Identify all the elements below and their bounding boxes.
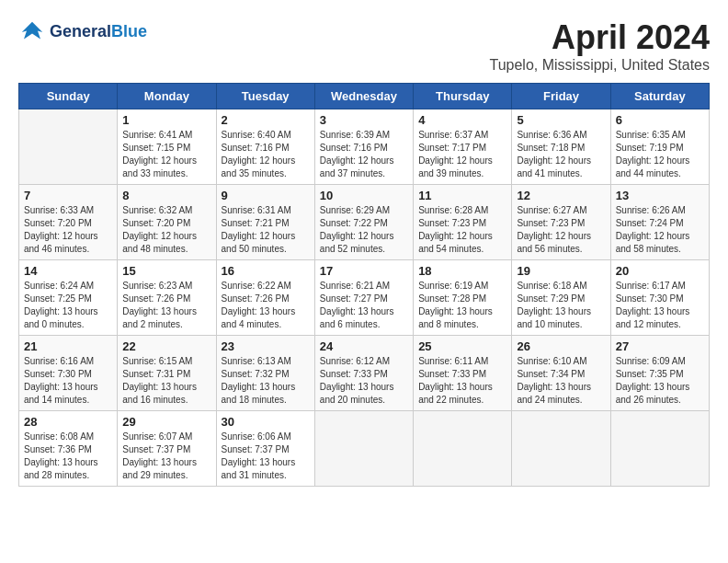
calendar-cell: 26Sunrise: 6:10 AM Sunset: 7:34 PM Dayli… xyxy=(512,336,610,411)
calendar-cell: 12Sunrise: 6:27 AM Sunset: 7:23 PM Dayli… xyxy=(512,185,610,260)
day-info: Sunrise: 6:23 AM Sunset: 7:26 PM Dayligh… xyxy=(122,280,210,331)
day-info: Sunrise: 6:26 AM Sunset: 7:24 PM Dayligh… xyxy=(616,204,704,256)
weekday-header: Thursday xyxy=(414,84,512,109)
day-number: 1 xyxy=(122,113,210,127)
calendar-cell: 25Sunrise: 6:11 AM Sunset: 7:33 PM Dayli… xyxy=(414,336,512,411)
calendar-cell: 19Sunrise: 6:18 AM Sunset: 7:29 PM Dayli… xyxy=(512,260,610,336)
calendar-cell: 2Sunrise: 6:40 AM Sunset: 7:16 PM Daylig… xyxy=(216,109,314,185)
calendar-cell: 6Sunrise: 6:35 AM Sunset: 7:19 PM Daylig… xyxy=(610,109,709,185)
title-block: April 2024 Tupelo, Mississippi, United S… xyxy=(489,18,710,74)
calendar-week: 7Sunrise: 6:33 AM Sunset: 7:20 PM Daylig… xyxy=(19,185,710,260)
day-info: Sunrise: 6:22 AM Sunset: 7:26 PM Dayligh… xyxy=(222,280,310,331)
calendar-cell: 15Sunrise: 6:23 AM Sunset: 7:26 PM Dayli… xyxy=(118,260,216,336)
page-title: April 2024 xyxy=(489,18,710,57)
day-number: 3 xyxy=(320,113,408,127)
day-number: 28 xyxy=(24,415,112,429)
calendar-cell xyxy=(512,411,610,487)
weekday-header: Friday xyxy=(512,84,610,109)
calendar-cell: 8Sunrise: 6:32 AM Sunset: 7:20 PM Daylig… xyxy=(118,185,216,260)
calendar-week: 1Sunrise: 6:41 AM Sunset: 7:15 PM Daylig… xyxy=(19,109,710,185)
day-number: 27 xyxy=(616,339,704,353)
day-info: Sunrise: 6:17 AM Sunset: 7:30 PM Dayligh… xyxy=(616,280,704,331)
page-subtitle: Tupelo, Mississippi, United States xyxy=(489,57,710,74)
day-info: Sunrise: 6:24 AM Sunset: 7:25 PM Dayligh… xyxy=(24,280,112,331)
day-info: Sunrise: 6:10 AM Sunset: 7:34 PM Dayligh… xyxy=(517,355,605,407)
calendar-cell: 17Sunrise: 6:21 AM Sunset: 7:27 PM Dayli… xyxy=(314,260,413,336)
day-info: Sunrise: 6:32 AM Sunset: 7:20 PM Dayligh… xyxy=(122,204,210,256)
day-number: 25 xyxy=(418,339,506,353)
calendar-cell xyxy=(19,109,118,185)
day-info: Sunrise: 6:18 AM Sunset: 7:29 PM Dayligh… xyxy=(517,280,605,331)
logo: GeneralBlue xyxy=(18,18,147,46)
calendar-cell: 11Sunrise: 6:28 AM Sunset: 7:23 PM Dayli… xyxy=(414,185,512,260)
calendar-week: 28Sunrise: 6:08 AM Sunset: 7:36 PM Dayli… xyxy=(19,411,710,487)
day-info: Sunrise: 6:31 AM Sunset: 7:21 PM Dayligh… xyxy=(222,204,310,256)
day-number: 22 xyxy=(122,339,210,353)
day-number: 23 xyxy=(222,339,310,353)
day-info: Sunrise: 6:09 AM Sunset: 7:35 PM Dayligh… xyxy=(616,355,704,407)
day-info: Sunrise: 6:29 AM Sunset: 7:22 PM Dayligh… xyxy=(320,204,408,256)
day-number: 15 xyxy=(122,264,210,278)
day-number: 29 xyxy=(122,415,210,429)
day-info: Sunrise: 6:27 AM Sunset: 7:23 PM Dayligh… xyxy=(517,204,605,256)
logo-general: General xyxy=(50,22,111,40)
calendar-cell: 23Sunrise: 6:13 AM Sunset: 7:32 PM Dayli… xyxy=(216,336,314,411)
logo-icon xyxy=(18,18,46,46)
calendar-table: SundayMondayTuesdayWednesdayThursdayFrid… xyxy=(18,83,710,487)
calendar-cell: 30Sunrise: 6:06 AM Sunset: 7:37 PM Dayli… xyxy=(216,411,314,487)
calendar-cell: 28Sunrise: 6:08 AM Sunset: 7:36 PM Dayli… xyxy=(19,411,118,487)
calendar-cell: 14Sunrise: 6:24 AM Sunset: 7:25 PM Dayli… xyxy=(19,260,118,336)
day-info: Sunrise: 6:33 AM Sunset: 7:20 PM Dayligh… xyxy=(24,204,112,256)
day-info: Sunrise: 6:13 AM Sunset: 7:32 PM Dayligh… xyxy=(222,355,310,407)
calendar-cell: 7Sunrise: 6:33 AM Sunset: 7:20 PM Daylig… xyxy=(19,185,118,260)
day-info: Sunrise: 6:37 AM Sunset: 7:17 PM Dayligh… xyxy=(418,129,506,180)
calendar-cell xyxy=(414,411,512,487)
day-number: 14 xyxy=(24,264,112,278)
day-info: Sunrise: 6:35 AM Sunset: 7:19 PM Dayligh… xyxy=(616,129,704,180)
calendar-cell: 16Sunrise: 6:22 AM Sunset: 7:26 PM Dayli… xyxy=(216,260,314,336)
weekday-header: Saturday xyxy=(610,84,709,109)
day-number: 8 xyxy=(122,189,210,202)
day-info: Sunrise: 6:19 AM Sunset: 7:28 PM Dayligh… xyxy=(418,280,506,331)
day-info: Sunrise: 6:21 AM Sunset: 7:27 PM Dayligh… xyxy=(320,280,408,331)
calendar-cell: 27Sunrise: 6:09 AM Sunset: 7:35 PM Dayli… xyxy=(610,336,709,411)
page-header: GeneralBlue April 2024 Tupelo, Mississip… xyxy=(18,18,710,74)
day-number: 4 xyxy=(418,113,506,127)
logo-blue: Blue xyxy=(111,22,147,40)
day-info: Sunrise: 6:41 AM Sunset: 7:15 PM Dayligh… xyxy=(122,129,210,180)
calendar-week: 14Sunrise: 6:24 AM Sunset: 7:25 PM Dayli… xyxy=(19,260,710,336)
calendar-cell: 24Sunrise: 6:12 AM Sunset: 7:33 PM Dayli… xyxy=(314,336,413,411)
weekday-header: Wednesday xyxy=(314,84,413,109)
calendar-week: 21Sunrise: 6:16 AM Sunset: 7:30 PM Dayli… xyxy=(19,336,710,411)
day-info: Sunrise: 6:11 AM Sunset: 7:33 PM Dayligh… xyxy=(418,355,506,407)
day-number: 11 xyxy=(418,189,506,202)
day-number: 2 xyxy=(222,113,310,127)
day-number: 7 xyxy=(24,189,112,202)
calendar-cell: 21Sunrise: 6:16 AM Sunset: 7:30 PM Dayli… xyxy=(19,336,118,411)
weekday-header: Sunday xyxy=(19,84,118,109)
day-number: 17 xyxy=(320,264,408,278)
day-number: 20 xyxy=(616,264,704,278)
calendar-cell xyxy=(610,411,709,487)
svg-marker-0 xyxy=(22,22,43,40)
calendar-cell: 29Sunrise: 6:07 AM Sunset: 7:37 PM Dayli… xyxy=(118,411,216,487)
day-info: Sunrise: 6:06 AM Sunset: 7:37 PM Dayligh… xyxy=(222,431,310,482)
calendar-cell: 5Sunrise: 6:36 AM Sunset: 7:18 PM Daylig… xyxy=(512,109,610,185)
day-number: 18 xyxy=(418,264,506,278)
day-number: 21 xyxy=(24,339,112,353)
day-number: 19 xyxy=(517,264,605,278)
calendar-cell: 4Sunrise: 6:37 AM Sunset: 7:17 PM Daylig… xyxy=(414,109,512,185)
calendar-cell xyxy=(314,411,413,487)
calendar-cell: 3Sunrise: 6:39 AM Sunset: 7:16 PM Daylig… xyxy=(314,109,413,185)
calendar-header: SundayMondayTuesdayWednesdayThursdayFrid… xyxy=(19,84,710,109)
day-number: 12 xyxy=(517,189,605,202)
day-number: 5 xyxy=(517,113,605,127)
day-info: Sunrise: 6:36 AM Sunset: 7:18 PM Dayligh… xyxy=(517,129,605,180)
calendar-cell: 20Sunrise: 6:17 AM Sunset: 7:30 PM Dayli… xyxy=(610,260,709,336)
day-number: 26 xyxy=(517,339,605,353)
calendar-cell: 10Sunrise: 6:29 AM Sunset: 7:22 PM Dayli… xyxy=(314,185,413,260)
day-info: Sunrise: 6:12 AM Sunset: 7:33 PM Dayligh… xyxy=(320,355,408,407)
day-info: Sunrise: 6:16 AM Sunset: 7:30 PM Dayligh… xyxy=(24,355,112,407)
day-number: 30 xyxy=(222,415,310,429)
calendar-cell: 1Sunrise: 6:41 AM Sunset: 7:15 PM Daylig… xyxy=(118,109,216,185)
